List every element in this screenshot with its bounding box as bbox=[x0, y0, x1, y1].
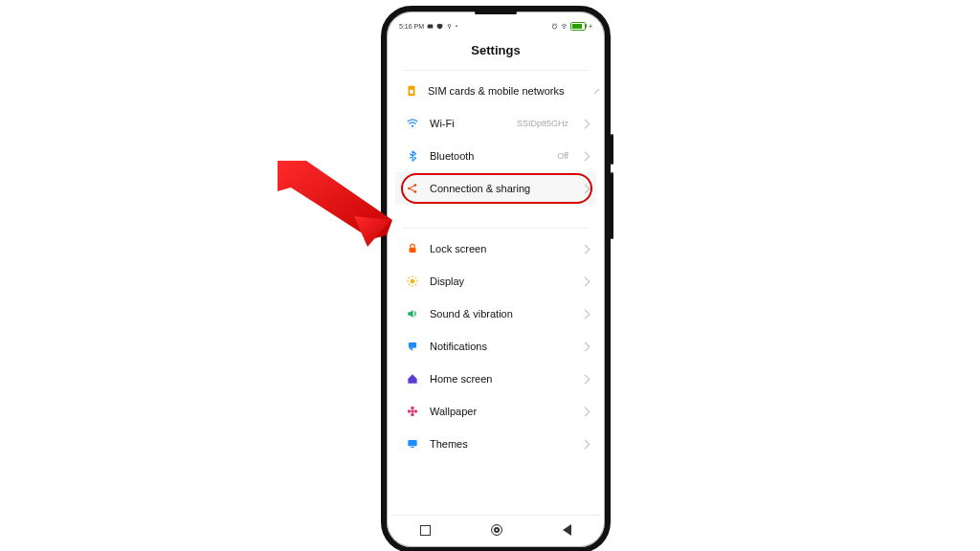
page-title: Settings bbox=[471, 43, 520, 57]
chevron-right-icon bbox=[581, 119, 590, 128]
row-label: SIM cards & mobile networks bbox=[428, 85, 564, 97]
row-lock-screen[interactable]: Lock screen bbox=[395, 232, 596, 265]
row-home-screen[interactable]: Home screen bbox=[395, 363, 596, 395]
chevron-right-icon bbox=[581, 342, 590, 351]
speaker-icon bbox=[405, 306, 420, 321]
flower-icon bbox=[405, 404, 420, 419]
screen: 5:16 PM • + bbox=[390, 14, 602, 544]
svg-rect-31 bbox=[408, 440, 416, 446]
page-header: Settings bbox=[390, 35, 602, 64]
row-label: Themes bbox=[430, 438, 468, 450]
chevron-right-icon bbox=[581, 407, 590, 416]
svg-line-14 bbox=[411, 189, 414, 191]
row-bluetooth[interactable]: Bluetooth Off bbox=[395, 140, 596, 172]
group-divider bbox=[403, 228, 589, 229]
nav-home-button[interactable] bbox=[491, 524, 502, 536]
lock-icon bbox=[405, 241, 420, 256]
row-notifications[interactable]: Notifications bbox=[395, 330, 596, 363]
chevron-right-icon bbox=[594, 88, 600, 94]
row-sim-cards[interactable]: SIM cards & mobile networks bbox=[395, 75, 596, 107]
svg-point-3 bbox=[552, 24, 556, 28]
svg-line-21 bbox=[409, 277, 410, 278]
chevron-right-icon bbox=[581, 151, 590, 161]
side-button-1 bbox=[611, 134, 613, 165]
group-divider bbox=[403, 70, 589, 71]
chevron-right-icon bbox=[581, 244, 590, 253]
row-value: SSIDptt5GHz bbox=[517, 119, 568, 128]
nav-back-button[interactable] bbox=[563, 524, 571, 536]
svg-rect-8 bbox=[410, 90, 413, 94]
home-icon bbox=[405, 371, 420, 386]
row-display[interactable]: Display bbox=[395, 265, 596, 298]
row-label: Home screen bbox=[430, 373, 492, 385]
shield-icon bbox=[436, 23, 443, 30]
row-label: Connection & sharing bbox=[430, 183, 530, 194]
location-icon bbox=[446, 23, 453, 30]
camera-indicator-icon bbox=[427, 23, 434, 30]
chevron-right-icon bbox=[581, 276, 590, 286]
row-value: Off bbox=[557, 151, 568, 161]
svg-point-28 bbox=[411, 413, 414, 417]
wifi-status-icon bbox=[561, 23, 568, 30]
svg-rect-25 bbox=[409, 342, 416, 348]
status-bar: 5:16 PM • + bbox=[390, 14, 602, 35]
svg-marker-33 bbox=[278, 161, 392, 239]
svg-line-13 bbox=[411, 186, 414, 187]
svg-point-16 bbox=[411, 279, 415, 284]
side-button-2 bbox=[611, 172, 613, 239]
wifi-icon bbox=[405, 116, 420, 131]
sim-icon bbox=[405, 83, 418, 99]
svg-point-12 bbox=[414, 190, 417, 193]
row-connection-sharing[interactable]: Connection & sharing bbox=[395, 172, 596, 205]
row-label: Lock screen bbox=[430, 243, 486, 254]
row-label: Sound & vibration bbox=[430, 308, 513, 320]
svg-point-29 bbox=[408, 409, 412, 413]
battery-plus: + bbox=[589, 23, 592, 30]
row-sound-vibration[interactable]: Sound & vibration bbox=[395, 298, 596, 330]
system-nav-bar bbox=[390, 515, 602, 544]
alarm-icon bbox=[551, 23, 558, 30]
status-left: 5:16 PM • bbox=[399, 23, 457, 30]
share-icon bbox=[405, 181, 420, 196]
row-themes[interactable]: Themes bbox=[395, 428, 596, 460]
svg-point-10 bbox=[408, 187, 411, 190]
battery-icon bbox=[570, 22, 586, 31]
monitor-icon bbox=[405, 436, 420, 452]
group-gap bbox=[395, 205, 596, 222]
nav-recents-button[interactable] bbox=[420, 525, 431, 536]
bluetooth-icon bbox=[405, 148, 420, 164]
chevron-right-icon bbox=[581, 374, 590, 384]
svg-point-6 bbox=[564, 27, 565, 28]
row-label: Wi-Fi bbox=[430, 118, 455, 129]
svg-line-24 bbox=[415, 277, 416, 278]
row-label: Display bbox=[430, 276, 464, 287]
bell-icon bbox=[405, 339, 420, 354]
svg-rect-15 bbox=[410, 248, 416, 253]
row-wifi[interactable]: Wi-Fi SSIDptt5GHz bbox=[395, 107, 596, 140]
status-time: 5:16 PM bbox=[399, 23, 424, 30]
status-right: + bbox=[551, 22, 592, 31]
svg-rect-32 bbox=[411, 447, 414, 448]
row-wallpaper[interactable]: Wallpaper bbox=[395, 395, 596, 428]
callout-arrow bbox=[278, 161, 392, 247]
svg-rect-0 bbox=[428, 24, 434, 28]
sun-icon bbox=[405, 274, 420, 289]
svg-point-26 bbox=[411, 409, 414, 413]
row-label: Notifications bbox=[430, 341, 487, 352]
svg-point-30 bbox=[414, 409, 418, 413]
status-dot-icon: • bbox=[456, 23, 457, 29]
row-label: Wallpaper bbox=[430, 406, 477, 417]
svg-line-22 bbox=[415, 284, 416, 285]
chevron-right-icon bbox=[581, 184, 590, 193]
svg-line-4 bbox=[552, 23, 553, 24]
phone-frame: 5:16 PM • + bbox=[381, 6, 611, 551]
svg-point-9 bbox=[412, 125, 413, 127]
row-label: Bluetooth bbox=[430, 150, 474, 162]
svg-line-5 bbox=[555, 23, 556, 24]
svg-point-1 bbox=[448, 24, 451, 27]
chevron-right-icon bbox=[581, 439, 590, 449]
chevron-right-icon bbox=[581, 309, 590, 319]
settings-list: SIM cards & mobile networks Wi-Fi SSIDpt… bbox=[390, 64, 602, 515]
svg-point-11 bbox=[414, 184, 417, 187]
svg-point-27 bbox=[411, 407, 414, 410]
